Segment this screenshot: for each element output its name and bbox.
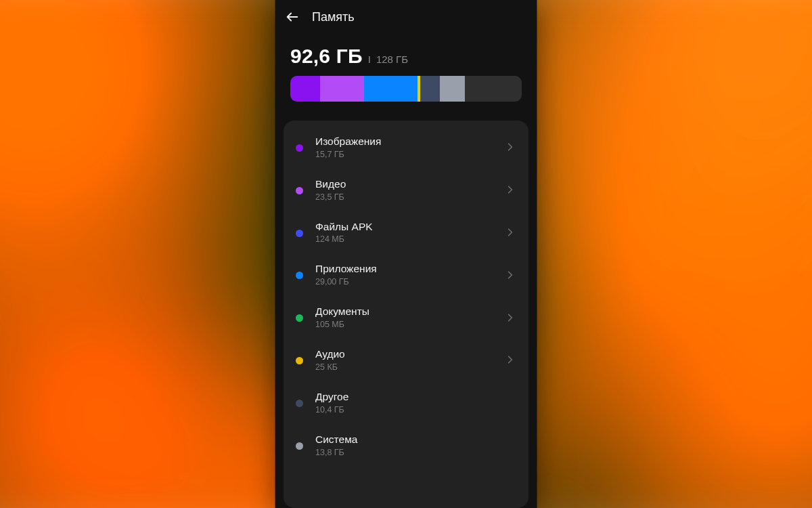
color-dot-icon (296, 314, 303, 322)
color-dot-icon (296, 442, 303, 450)
chevron-right-icon (504, 226, 516, 238)
category-text: Файлы APK124 МБ (315, 221, 504, 245)
category-label: Другое (315, 391, 516, 403)
chevron-right-icon (504, 312, 516, 324)
color-dot-icon (296, 230, 303, 237)
color-dot-icon (296, 272, 303, 279)
category-label: Система (315, 433, 516, 446)
category-row-system: Система13,8 ГБ (284, 424, 528, 467)
usage-bar-segment (420, 76, 439, 102)
category-row-apk[interactable]: Файлы APK124 МБ (284, 211, 528, 254)
category-text: Документы105 МБ (315, 305, 504, 329)
category-label: Изображения (315, 135, 504, 148)
category-size: 13,8 ГБ (315, 448, 516, 457)
category-list: Изображения15,7 ГБВидео23,5 ГБФайлы APK1… (284, 121, 528, 508)
category-text: Приложения29,00 ГБ (315, 263, 504, 287)
category-row-images[interactable]: Изображения15,7 ГБ (284, 126, 528, 169)
chevron-right-icon (504, 269, 516, 281)
category-row-audio[interactable]: Аудио25 КБ (284, 339, 528, 381)
color-dot-icon (296, 357, 303, 364)
category-row-video[interactable]: Видео23,5 ГБ (284, 169, 528, 211)
chevron-right-icon (504, 141, 516, 153)
storage-screen: Память 92,6 ГБ I 128 ГБ Изображения15,7 … (275, 0, 537, 508)
category-text: Изображения15,7 ГБ (315, 135, 504, 159)
total-amount: 128 ГБ (376, 54, 408, 65)
storage-summary: 92,6 ГБ I 128 ГБ (275, 24, 537, 102)
category-size: 105 МБ (315, 320, 504, 329)
chevron-right-icon (504, 354, 516, 366)
chevron-right-icon (504, 184, 516, 196)
category-size: 23,5 ГБ (315, 192, 504, 202)
category-size: 10,4 ГБ (315, 405, 516, 415)
category-row-apps[interactable]: Приложения29,00 ГБ (284, 253, 528, 296)
usage-bar-segment (364, 76, 418, 102)
used-amount: 92,6 ГБ (290, 45, 363, 68)
category-text: Видео23,5 ГБ (315, 178, 504, 202)
category-label: Аудио (315, 348, 504, 360)
category-text: Аудио25 КБ (315, 348, 504, 372)
category-size: 124 МБ (315, 234, 504, 244)
category-text: Система13,8 ГБ (315, 433, 516, 457)
usage-bar-segment (290, 76, 320, 102)
category-label: Файлы APK (315, 221, 504, 233)
category-label: Приложения (315, 263, 504, 275)
category-label: Документы (315, 305, 504, 318)
page-title: Память (312, 10, 355, 24)
usage-bar-segment (440, 76, 466, 102)
category-row-documents[interactable]: Документы105 МБ (284, 296, 528, 339)
category-size: 15,7 ГБ (315, 150, 504, 159)
category-text: Другое10,4 ГБ (315, 391, 516, 415)
header: Память (275, 0, 537, 24)
category-row-other: Другое10,4 ГБ (284, 381, 528, 424)
category-label: Видео (315, 178, 504, 190)
color-dot-icon (296, 400, 303, 407)
usage-text: 92,6 ГБ I 128 ГБ (290, 45, 522, 68)
usage-separator: I (368, 54, 371, 65)
color-dot-icon (296, 187, 303, 194)
usage-bar (290, 76, 522, 102)
category-size: 25 КБ (315, 362, 504, 372)
back-icon[interactable] (285, 9, 300, 24)
usage-bar-segment (465, 76, 522, 102)
usage-bar-segment (320, 76, 364, 102)
category-size: 29,00 ГБ (315, 277, 504, 287)
color-dot-icon (296, 144, 303, 152)
